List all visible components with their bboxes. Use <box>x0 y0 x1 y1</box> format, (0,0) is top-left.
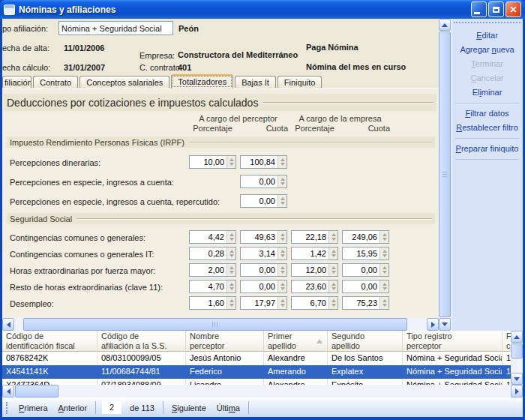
tab-afiliacion[interactable]: filiación <box>2 76 32 88</box>
title-bar[interactable]: Nóminas y afiliaciones ✕ <box>0 0 525 19</box>
spinner-arrows-icon[interactable] <box>328 231 338 243</box>
tab-bajas-it[interactable]: Bajas It <box>235 76 276 88</box>
spin-desempleo-c1[interactable]: 17,97 <box>240 296 287 310</box>
spinner-arrows-icon[interactable] <box>226 248 236 260</box>
spin-contingencias-p2[interactable]: 22,18 <box>291 230 338 244</box>
spinner-arrows-icon[interactable] <box>278 280 286 292</box>
pager-previous[interactable]: Anterior <box>58 404 88 412</box>
spinner-arrows-icon[interactable] <box>226 280 236 292</box>
spinner-arrows-icon[interactable] <box>278 156 286 168</box>
grid-horizontal-scrollbar[interactable] <box>2 385 523 398</box>
spinner-arrows-icon[interactable] <box>278 248 286 260</box>
table-row[interactable]: X2477364D07/18934088/09LisandroAlexandre… <box>2 379 511 385</box>
grid-vertical-scrollbar[interactable] <box>511 331 523 385</box>
pager-next[interactable]: Siguiente <box>172 404 206 412</box>
form-horizontal-scrollbar[interactable] <box>2 318 439 331</box>
spin-contingencias-c1[interactable]: 49,63 <box>240 230 287 244</box>
minimize-button[interactable] <box>471 2 487 17</box>
spin-contingencias-p1[interactable]: 4,42 <box>189 230 236 244</box>
spin-desempleo-p2[interactable]: 6,70 <box>291 296 338 310</box>
spinner-arrows-icon[interactable] <box>226 264 236 276</box>
column-header-nombre[interactable]: Nombreperceptor <box>186 331 264 352</box>
table-row-selected[interactable]: X4541141K11/00684744/81FedericoAmerandoE… <box>2 365 511 379</box>
spin-horas-fm-c1[interactable]: 0,00 <box>240 263 287 277</box>
vertical-scroll-thumb[interactable] <box>511 344 523 358</box>
sidebar-item-preparar-finiquito[interactable]: Preparar finiquito <box>452 142 523 156</box>
spinner-arrows-icon[interactable] <box>278 176 286 188</box>
spinner-arrows-icon[interactable] <box>226 297 236 309</box>
spin-contingencias-it-p2[interactable]: 1,42 <box>291 247 338 260</box>
table-row[interactable]: 08768242K08/03100099/05Jesús AntonioAlex… <box>2 352 511 365</box>
horizontal-scroll-thumb[interactable] <box>15 385 58 398</box>
scroll-down-button[interactable] <box>439 318 451 331</box>
spin-resto-horas-p1[interactable]: 4,70 <box>189 280 236 293</box>
spin-irpf-especie-cuota[interactable]: 0,00 <box>240 175 287 188</box>
horizontal-scroll-thumb[interactable] <box>23 318 407 331</box>
spin-irpf-repercutido-cuota[interactable]: 0,00 <box>240 194 287 208</box>
current-page-box[interactable]: 2 <box>102 401 122 414</box>
vertical-scroll-thumb[interactable] <box>439 32 451 317</box>
spinner-arrows-icon[interactable] <box>380 280 388 292</box>
scroll-down-button[interactable] <box>511 373 523 385</box>
spinner-arrows-icon[interactable] <box>278 195 286 207</box>
affiliation-type-input[interactable] <box>58 21 173 35</box>
spin-horas-fm-p2[interactable]: 12,00 <box>291 263 338 277</box>
sidebar-item-agregar-nueva[interactable]: Agregar nueva <box>452 43 523 57</box>
spinner-arrows-icon[interactable] <box>328 297 338 309</box>
maximize-button[interactable] <box>488 2 504 17</box>
spinner-arrows-icon[interactable] <box>328 248 338 260</box>
column-header-partial[interactable]: Fc <box>502 331 511 352</box>
sidebar-grip-icon[interactable] <box>454 22 520 23</box>
spin-contingencias-it-c2[interactable]: 15,95 <box>342 247 389 260</box>
spinner-arrows-icon[interactable] <box>278 297 286 309</box>
scroll-left-button[interactable] <box>2 318 14 331</box>
spin-desempleo-p1[interactable]: 1,60 <box>189 296 236 310</box>
spin-horas-fm-p1[interactable]: 2,00 <box>189 263 236 277</box>
scroll-right-button[interactable] <box>427 318 439 331</box>
perceptor-group-header: A cargo del perceptor <box>189 114 287 123</box>
spinner-arrows-icon[interactable] <box>380 248 388 260</box>
sidebar-item-editar[interactable]: Editar <box>452 28 523 43</box>
spin-resto-horas-c1[interactable]: 0,00 <box>240 280 287 293</box>
spinner-arrows-icon[interactable] <box>328 280 338 292</box>
spinner-arrows-icon[interactable] <box>380 231 388 243</box>
column-header-segundo-apellido[interactable]: Segundoapellido <box>328 331 403 352</box>
sidebar-item-filtrar-datos[interactable]: Filtrar datos <box>452 106 523 121</box>
spin-horas-fm-c2[interactable]: 0,00 <box>342 263 389 277</box>
spinner-arrows-icon[interactable] <box>380 297 388 309</box>
spin-resto-horas-c2[interactable]: 0,00 <box>342 280 389 293</box>
close-button[interactable]: ✕ <box>506 2 521 17</box>
column-header-tipo-registro[interactable]: Tipo registroperceptor <box>403 331 502 352</box>
scroll-up-button[interactable] <box>439 19 451 31</box>
spinner-arrows-icon[interactable] <box>226 156 236 168</box>
tab-conceptos-salariales[interactable]: Conceptos salariales <box>80 76 170 88</box>
tab-finiquito[interactable]: Finiquito <box>278 76 322 88</box>
tab-totalizadores[interactable]: Totalizadores <box>171 74 233 88</box>
sidebar-item-eliminar[interactable]: Eliminar <box>452 86 523 100</box>
spin-contingencias-it-c1[interactable]: 3,14 <box>240 247 287 260</box>
spin-contingencias-it-p1[interactable]: 0,28 <box>189 247 236 260</box>
spin-irpf-dinerarias-cuota[interactable]: 100,84 <box>240 155 287 169</box>
spin-contingencias-c2[interactable]: 249,06 <box>342 230 389 244</box>
pager-grip-icon[interactable] <box>6 402 8 414</box>
form-vertical-scrollbar[interactable] <box>439 19 451 331</box>
column-header-cif[interactable]: Código deidentificación fiscal <box>2 331 98 352</box>
pager-last[interactable]: Última <box>217 404 240 412</box>
pager-first[interactable]: Primera <box>19 404 48 412</box>
arrow-up-icon <box>442 23 448 27</box>
spinner-arrows-icon[interactable] <box>328 264 338 276</box>
spinner-arrows-icon[interactable] <box>380 264 388 276</box>
spinner-arrows-icon[interactable] <box>278 231 286 243</box>
sidebar-item-restablecer-filtro[interactable]: Restablecer filtro <box>452 121 523 135</box>
scroll-right-button[interactable] <box>511 385 523 398</box>
spinner-arrows-icon[interactable] <box>226 231 236 243</box>
spinner-arrows-icon[interactable] <box>278 264 286 276</box>
scroll-up-button[interactable] <box>511 331 523 343</box>
column-header-primer-apellido[interactable]: Primerapellido <box>264 331 328 352</box>
spin-desempleo-c2[interactable]: 75,23 <box>342 296 389 310</box>
spin-resto-horas-p2[interactable]: 23,60 <box>291 280 338 293</box>
scroll-left-button[interactable] <box>2 385 14 398</box>
tab-contrato[interactable]: Contrato <box>33 76 78 88</box>
column-header-afiliacion-ss[interactable]: Código deafiliación a la S.S. <box>98 331 186 352</box>
spin-irpf-dinerarias-porcentaje[interactable]: 10,00 <box>189 155 236 169</box>
